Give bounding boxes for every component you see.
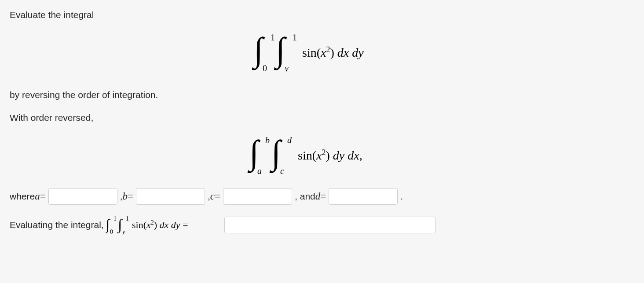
integral-1-svg: ∫ 1 0 ∫ 1 y sin(x2) dx dy (249, 33, 395, 72)
text-line-2: by reversing the order of integration. (10, 90, 634, 100)
answer-row: where a = , b = , c = , and d = . (10, 188, 634, 205)
label-c: c (210, 191, 215, 202)
label-b: b (123, 191, 128, 202)
period: . (400, 191, 403, 202)
equals-c: = (215, 191, 220, 202)
prompt-text: Evaluate the integral (10, 10, 94, 20)
inline-integral-svg: ∫ 1 0 ∫ 1 y sin(x2) dx dy = (106, 215, 220, 235)
evaluating-text: Evaluating the integral, (10, 220, 104, 230)
int2-outer-upper: b (265, 135, 270, 145)
text-line-1: Evaluate the integral (10, 10, 634, 20)
equals-b: = (128, 191, 133, 202)
prompt-text-3: With order reversed, (10, 112, 93, 123)
int1-outer-lower: 0 (263, 63, 267, 72)
evaluate-row: Evaluating the integral, ∫ 1 0 ∫ 1 y sin… (10, 215, 634, 235)
and-text: , and (295, 191, 315, 202)
input-b[interactable] (136, 188, 205, 205)
equals-a: = (40, 191, 46, 202)
input-c[interactable] (223, 188, 292, 205)
int2-inner-upper: d (287, 135, 292, 145)
prompt-text-2: by reversing the order of integration. (10, 90, 158, 100)
int1-inner-upper: 1 (293, 33, 297, 42)
inline-outer-lower: 0 (110, 229, 113, 235)
text-line-3: With order reversed, (10, 112, 634, 123)
inline-outer-upper: 1 (113, 215, 117, 222)
integral-2-svg: ∫ b a ∫ d c sin(x2) dy dx, (245, 135, 399, 175)
int1-outer-upper: 1 (271, 33, 275, 42)
inline-integrand: sin(x2) dx dy = (132, 219, 188, 230)
input-d[interactable] (329, 188, 398, 205)
equals-d: = (320, 191, 326, 202)
where-text: where (10, 191, 35, 202)
int2-inner-lower: c (280, 166, 284, 175)
question-container: Evaluate the integral ∫ 1 0 ∫ 1 y sin(x2… (0, 0, 644, 257)
label-d: d (315, 191, 321, 202)
inline-inner-upper: 1 (126, 215, 129, 222)
label-a: a (35, 191, 40, 202)
inline-inner-lower: y (121, 229, 125, 235)
display-math-2: ∫ b a ∫ d c sin(x2) dy dx, (10, 135, 634, 175)
int2-outer-lower: a (257, 166, 262, 175)
int1-inner-lower: y (284, 63, 289, 72)
display-math-1: ∫ 1 0 ∫ 1 y sin(x2) dx dy (10, 33, 634, 72)
input-a[interactable] (48, 188, 117, 205)
int1-integrand: sin(x2) dx dy (302, 45, 364, 59)
input-result[interactable] (224, 217, 435, 233)
int2-integrand: sin(x2) dy dx, (298, 148, 362, 162)
